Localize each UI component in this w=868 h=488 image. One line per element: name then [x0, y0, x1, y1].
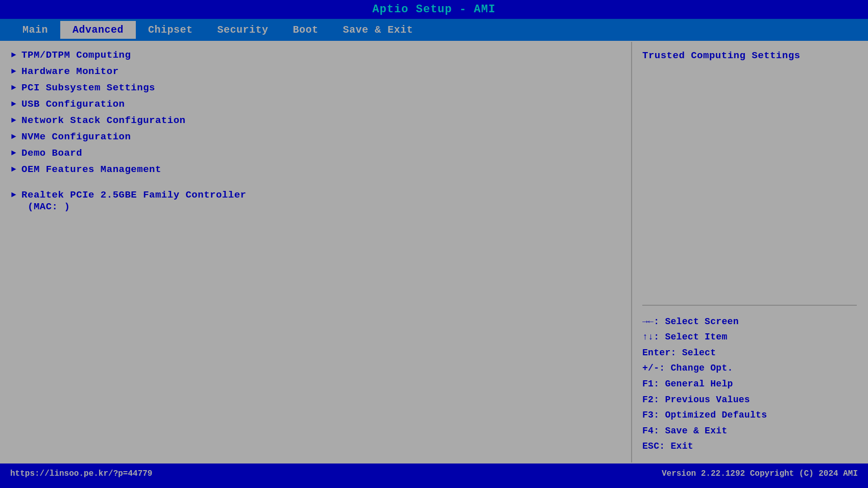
key-hint: F3: Optimized Defaults — [642, 407, 857, 423]
menu-entry-network-stack[interactable]: ►Network Stack Configuration — [1, 112, 631, 129]
key-hint: +/-: Change Opt. — [642, 360, 857, 376]
menu-item-security[interactable]: Security — [205, 21, 281, 39]
entry-text-hw-monitor: Hardware Monitor — [21, 66, 621, 77]
menu-entry-usb[interactable]: ►USB Configuration — [1, 96, 631, 112]
app-title: Aptio Setup - AMI — [372, 3, 495, 16]
menu-entry-nvme[interactable]: ►NVMe Configuration — [1, 129, 631, 145]
key-hint: ESC: Exit — [642, 438, 857, 454]
menu-entry-hw-monitor[interactable]: ►Hardware Monitor — [1, 63, 631, 80]
left-panel: ►TPM/DTPM Computing►Hardware Monitor►PCI… — [1, 42, 632, 462]
arrow-icon-network-stack: ► — [11, 116, 16, 125]
title-bar: Aptio Setup - AMI — [0, 0, 868, 19]
arrow-icon-usb: ► — [11, 100, 16, 109]
right-panel: Trusted Computing Settings →←: Select Sc… — [632, 42, 867, 462]
help-title: Trusted Computing Settings — [642, 50, 857, 61]
entry-text-network-stack: Network Stack Configuration — [21, 115, 621, 126]
arrow-icon-nvme: ► — [11, 132, 16, 141]
entry-text-oem: OEM Features Management — [21, 164, 621, 175]
key-hint: →←: Select Screen — [642, 314, 857, 330]
key-hint: ↑↓: Select Item — [642, 329, 857, 345]
entry-text-tpm: TPM/DTPM Computing — [21, 50, 621, 61]
key-hints: →←: Select Screen↑↓: Select ItemEnter: S… — [642, 314, 857, 454]
menu-entry-tpm[interactable]: ►TPM/DTPM Computing — [1, 47, 631, 63]
menu-item-advanced[interactable]: Advanced — [60, 21, 136, 39]
entry-text-demo-board: Demo Board — [21, 148, 621, 159]
arrow-icon-tpm: ► — [11, 51, 16, 60]
bottom-bar: https://linsoo.pe.kr/?p=44779 Version 2.… — [0, 463, 868, 484]
menu-item-boot[interactable]: Boot — [281, 21, 331, 39]
version-text: Version 2.22.1292 Copyright (C) 2024 AMI — [662, 469, 858, 478]
menu-item-chipset[interactable]: Chipset — [136, 21, 205, 39]
menu-entry-sub-realtek: (MAC: ) — [1, 201, 631, 215]
arrow-icon-pci: ► — [11, 83, 16, 92]
main-content: ►TPM/DTPM Computing►Hardware Monitor►PCI… — [0, 41, 868, 463]
arrow-icon-hw-monitor: ► — [11, 67, 16, 76]
arrow-icon-oem: ► — [11, 165, 16, 174]
menu-item-save---exit[interactable]: Save & Exit — [331, 21, 426, 39]
key-hint: F4: Save & Exit — [642, 423, 857, 439]
key-hint: Enter: Select — [642, 345, 857, 361]
entry-text-realtek: Realtek PCIe 2.5GBE Family Controller — [21, 189, 621, 201]
arrow-icon-realtek: ► — [11, 190, 16, 200]
menu-bar: MainAdvancedChipsetSecurityBootSave & Ex… — [0, 19, 868, 41]
help-divider — [642, 305, 857, 306]
menu-entry-pci[interactable]: ►PCI Subsystem Settings — [1, 80, 631, 96]
menu-item-main[interactable]: Main — [10, 21, 60, 39]
entry-text-nvme: NVMe Configuration — [21, 131, 621, 142]
arrow-icon-demo-board: ► — [11, 149, 16, 158]
entry-text-usb: USB Configuration — [21, 99, 621, 110]
entry-text-pci: PCI Subsystem Settings — [21, 82, 621, 93]
menu-entry-oem[interactable]: ►OEM Features Management — [1, 161, 631, 178]
menu-entry-demo-board[interactable]: ►Demo Board — [1, 145, 631, 161]
url-text: https://linsoo.pe.kr/?p=44779 — [10, 469, 152, 478]
key-hint: F2: Previous Values — [642, 392, 857, 408]
key-hint: F1: General Help — [642, 376, 857, 392]
